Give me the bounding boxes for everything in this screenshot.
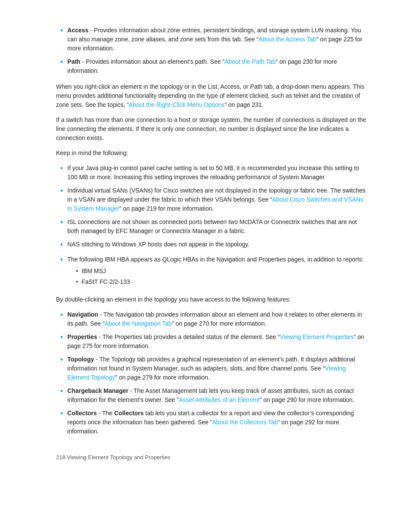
footer-text: 218 Viewing Element Topology and Propert…	[56, 454, 170, 460]
ibm-sub-list: • IBM MSJ • FaStT FC-2/2-133	[67, 267, 368, 286]
collectors-link[interactable]: About the Collectors Tab	[212, 419, 278, 426]
navigation-link[interactable]: About the Navigation Tab	[105, 320, 172, 327]
access-label: Access	[67, 27, 88, 34]
page: • Access - Provides information about zo…	[0, 0, 411, 532]
bullet-icon: •	[60, 332, 63, 343]
chargeback-label: Chargeback Manager	[67, 387, 128, 394]
list-item: • NAS stitching to Windows XP hosts does…	[56, 240, 368, 251]
right-click-link[interactable]: About the Right-Click Menu Options	[129, 101, 225, 108]
list-item: • Properties - The Properties tab provid…	[56, 333, 368, 351]
access-link[interactable]: About the Access Tab	[258, 36, 316, 43]
java-item: If your Java plug-in control panel cache…	[67, 164, 368, 182]
bullet-icon: •	[60, 408, 63, 420]
collectors-label2: Collectors	[114, 410, 143, 417]
path-label: Path	[67, 58, 80, 65]
bullet-icon: •	[60, 386, 63, 397]
path-text: - Provides information about an element’…	[81, 58, 224, 65]
para3: Keep in mind the following:	[56, 149, 368, 158]
list-item: • Individual virtual SANs (VSANs) for Ci…	[56, 186, 368, 213]
path-link[interactable]: About the Path Tab	[224, 58, 276, 65]
list-item: • The following IBM HBA appears as QLogi…	[56, 255, 368, 288]
bullet-icon: •	[60, 309, 63, 321]
nas-item: NAS stitching to Windows XP hosts does n…	[67, 240, 368, 249]
bottom-bullet-list: • Navigation - The Navigation tab provid…	[56, 310, 368, 436]
properties-link[interactable]: Viewing Element Properties	[280, 333, 354, 340]
list-item: • Chargeback Manager - The Asset Managem…	[56, 386, 368, 404]
navigation-label: Navigation	[67, 311, 98, 318]
para2: If a switch has more than one connection…	[56, 115, 368, 143]
access-item: Access - Provides information about zone…	[67, 26, 368, 53]
sub-list-item: • IBM MSJ	[67, 267, 368, 276]
bullet-icon: •	[60, 217, 63, 228]
para4: By double-clicking an element in the top…	[56, 295, 368, 304]
bullet-icon: •	[60, 354, 63, 366]
list-item: • If your Java plug-in control panel cac…	[56, 164, 368, 182]
bullet-icon: •	[60, 25, 63, 37]
topology-label: Topology	[67, 356, 94, 363]
list-item: • Path - Provides information about an e…	[56, 57, 368, 75]
list-item: • Access - Provides information about zo…	[56, 26, 368, 53]
bullet-icon: •	[60, 163, 63, 174]
path-item: Path - Provides information about an ele…	[67, 57, 368, 75]
para1: When you right-click an element in the t…	[56, 82, 368, 109]
properties-item: Properties - The Properties tab provides…	[67, 333, 368, 351]
isl-item: ISL connections are not shown as connect…	[67, 218, 368, 236]
sub-bullet-icon: •	[76, 277, 78, 286]
bullet-icon: •	[60, 254, 63, 266]
list-item: • Topology - The Topology tab provides a…	[56, 355, 368, 382]
collectors-item: Collectors - The Collectors tab lets you…	[67, 409, 368, 436]
sub-list-item: • FaStT FC-2/2-133	[67, 277, 368, 286]
list-item: • Collectors - The Collectors tab lets y…	[56, 409, 368, 436]
mid-bullet-list: • If your Java plug-in control panel cac…	[56, 164, 368, 288]
navigation-item: Navigation - The Navigation tab provides…	[67, 310, 368, 328]
top-bullet-list: • Access - Provides information about zo…	[56, 26, 368, 75]
page-footer: 218 Viewing Element Topology and Propert…	[56, 453, 368, 462]
fastt: FaStT FC-2/2-133	[81, 277, 130, 286]
list-item: • ISL connections are not shown as conne…	[56, 218, 368, 236]
ibm-item: The following IBM HBA appears as QLogic …	[67, 255, 368, 288]
properties-label: Properties	[67, 333, 97, 340]
chargeback-link[interactable]: Asset Attributes of an Element	[179, 396, 260, 403]
bullet-icon: •	[60, 239, 63, 251]
ibm-msj: IBM MSJ	[81, 267, 106, 276]
collectors-label: Collectors	[67, 410, 97, 417]
bullet-icon: •	[60, 56, 63, 68]
topology-item: Topology - The Topology tab provides a g…	[67, 355, 368, 382]
sub-bullet-icon: •	[76, 267, 78, 276]
list-item: • Navigation - The Navigation tab provid…	[56, 310, 368, 328]
bullet-icon: •	[60, 185, 63, 197]
chargeback-item: Chargeback Manager - The Asset Managemen…	[67, 386, 368, 404]
vsan-item: Individual virtual SANs (VSANs) for Cisc…	[67, 186, 368, 213]
